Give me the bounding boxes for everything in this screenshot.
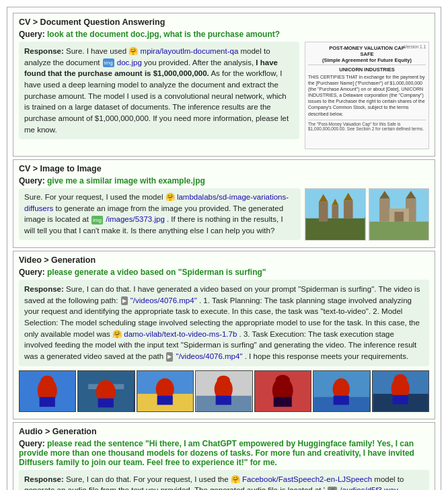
video-gen-model-link[interactable]: damo-vilab/text-to-video-ms-1.7b xyxy=(124,330,237,338)
video-gen-resp-text4: . I hope this response meets your requir… xyxy=(245,352,409,360)
cv-dqa-response-left: Response: Sure. I have used 🤗 mpira/layo… xyxy=(19,42,299,149)
cv-dqa-doc-icon: img xyxy=(103,58,114,68)
video-gen-query-label: Query: xyxy=(19,268,45,277)
doc-preview-footer: The "Post-Money Valuation Cap" for this … xyxy=(308,120,426,131)
cv-dqa-resp-text4: As for the workflow, I have used a deep … xyxy=(24,69,289,133)
svg-rect-9 xyxy=(369,222,428,240)
video-gen-file-link1[interactable]: "/videos/4076.mp4" xyxy=(130,296,197,304)
sp-svg-6 xyxy=(313,371,369,411)
spiderman-frame-2 xyxy=(77,370,135,412)
cv-img-section: CV > Image to Image Query: give me a sim… xyxy=(13,159,435,248)
spiderman-frame-7 xyxy=(372,370,429,412)
video-gen-header: Video > Generation xyxy=(19,255,429,265)
video-gen-query-line: Query: please generate a video based on … xyxy=(19,268,429,277)
spiderman-frame-1 xyxy=(19,370,76,412)
cv-img-image-row xyxy=(305,188,429,241)
cv-img-model-emoji: 🤗 xyxy=(165,193,175,201)
svg-rect-19 xyxy=(40,397,55,407)
doc-company: UNICORN INDUSTRIES xyxy=(308,67,426,73)
cv-img-response-left: Sure. For your request, I used the model… xyxy=(19,188,301,243)
cv-dqa-query-line: Query: look at the document doc.jpg, wha… xyxy=(19,30,429,39)
doc-preview-body: THIS CERTIFIES THAT in exchange for the … xyxy=(308,74,426,117)
church-svg-2 xyxy=(369,189,429,240)
audio-gen-query-line: Query: please read the sentence "Hi ther… xyxy=(19,439,429,467)
svg-rect-2 xyxy=(319,202,328,221)
cv-dqa-resp-text1: Sure. I have used xyxy=(66,47,128,55)
cv-img-resp-text1: Sure. For your request, I used the model xyxy=(24,193,165,201)
svg-rect-15 xyxy=(394,212,404,222)
cv-img-preview-container xyxy=(305,188,429,243)
cv-img-header: CV > Image to Image xyxy=(19,164,429,173)
video-gen-response-block: Response: Sure, I can do that. I have ge… xyxy=(19,280,429,366)
cv-dqa-response-block: Response: Sure. I have used 🤗 mpira/layo… xyxy=(19,42,299,139)
cv-dqa-doc-link[interactable]: doc.jpg xyxy=(117,58,142,67)
cv-img-response-block: Sure. For your request, I used the model… xyxy=(19,188,301,240)
svg-point-18 xyxy=(41,375,54,385)
sp-svg-3 xyxy=(137,371,193,411)
cv-dqa-model-link[interactable]: mpira/layoutlm-document-qa xyxy=(141,47,239,55)
cv-dqa-query-text: look at the document doc.jpg, what is th… xyxy=(47,30,280,39)
svg-point-31 xyxy=(217,375,230,384)
spiderman-frame-3 xyxy=(137,370,194,412)
doc-preview-version: Version 1.1 xyxy=(404,44,426,49)
spiderman-frames-row xyxy=(19,370,429,412)
cv-img-query-label: Query: xyxy=(19,176,45,186)
video-gen-vid-icon2: ▶ xyxy=(166,352,173,362)
spiderman-frame-5 xyxy=(254,370,311,412)
video-gen-model-emoji: 🤗 xyxy=(112,330,122,338)
video-gen-query-text: please generate a video based on "Spider… xyxy=(47,268,266,277)
audio-gen-section: Audio > Generation Query: please read th… xyxy=(13,422,435,490)
svg-rect-45 xyxy=(392,395,408,405)
sp-svg-2 xyxy=(78,371,134,411)
church-image-2 xyxy=(369,188,430,241)
video-gen-file-link2[interactable]: "/videos/4076.mp4" xyxy=(176,352,243,360)
cv-dqa-response-label: Response: xyxy=(24,47,64,55)
audio-gen-header: Audio > Generation xyxy=(19,427,429,436)
svg-rect-40 xyxy=(334,395,349,405)
audio-gen-resp-text1: Sure, I can do that. For your request, I… xyxy=(66,475,231,483)
audio-gen-response-block: Response: Sure, I can do that. For your … xyxy=(19,470,429,490)
cv-dqa-doc-preview-container: Version 1.1 POST-MONEY VALUATION CAP SAF… xyxy=(305,42,429,149)
audio-gen-file-link[interactable]: /audios/d5f3.wav xyxy=(340,486,398,490)
video-gen-section: Video > Generation Query: please generat… xyxy=(13,251,435,419)
audio-gen-model-link[interactable]: Facebook/FastSpeech2-en-LJSpeech xyxy=(242,475,372,483)
svg-rect-27 xyxy=(157,395,172,405)
spiderman-frame-4 xyxy=(195,370,252,412)
cv-img-file-icon: img xyxy=(91,216,103,225)
svg-rect-1 xyxy=(305,218,365,240)
svg-rect-23 xyxy=(98,398,114,407)
audio-gen-query-text: please read the sentence "Hi there, I am… xyxy=(19,439,414,467)
cv-img-content: Sure. For your request, I used the model… xyxy=(19,188,429,243)
cv-img-query-text: give me a similar image with example.jpg xyxy=(47,176,205,186)
svg-rect-6 xyxy=(344,201,353,218)
audio-gen-response-label: Response: xyxy=(24,475,64,483)
sp-svg-1 xyxy=(20,371,75,411)
cv-dqa-doc-preview: Version 1.1 POST-MONEY VALUATION CAP SAF… xyxy=(305,42,429,149)
svg-rect-10 xyxy=(379,199,390,222)
outer-container: CV > Document Question Answering Query: … xyxy=(7,7,441,490)
sp-svg-4 xyxy=(196,371,252,411)
svg-point-44 xyxy=(394,374,406,384)
audio-gen-file-icon: 🎵 xyxy=(328,487,337,490)
audio-gen-query-label: Query: xyxy=(19,439,45,448)
sp-svg-7 xyxy=(373,371,428,411)
cv-dqa-section: CV > Document Question Answering Query: … xyxy=(13,13,435,157)
svg-rect-32 xyxy=(216,395,231,405)
cv-dqa-resp-text3: you provided. After the analysis, xyxy=(144,58,256,67)
svg-rect-36 xyxy=(273,397,291,407)
spiderman-frame-6 xyxy=(313,370,370,412)
video-gen-vid-icon: ▶ xyxy=(121,296,128,306)
audio-gen-model-emoji: 🤗 xyxy=(231,475,240,483)
cv-dqa-query-label: Query: xyxy=(19,30,45,39)
church-image-1 xyxy=(305,188,366,241)
cv-img-file-link[interactable]: /images/5373.jpg xyxy=(106,215,165,223)
cv-dqa-header: CV > Document Question Answering xyxy=(19,17,429,27)
sp-svg-5 xyxy=(255,371,311,411)
cv-img-query-line: Query: give me a similar image with exam… xyxy=(19,176,429,186)
cv-dqa-model-emoji: 🤗 xyxy=(128,47,138,55)
video-gen-response-label: Response: xyxy=(24,285,64,293)
svg-point-35 xyxy=(275,375,289,385)
church-svg-1 xyxy=(305,189,365,240)
svg-rect-4 xyxy=(332,205,338,218)
